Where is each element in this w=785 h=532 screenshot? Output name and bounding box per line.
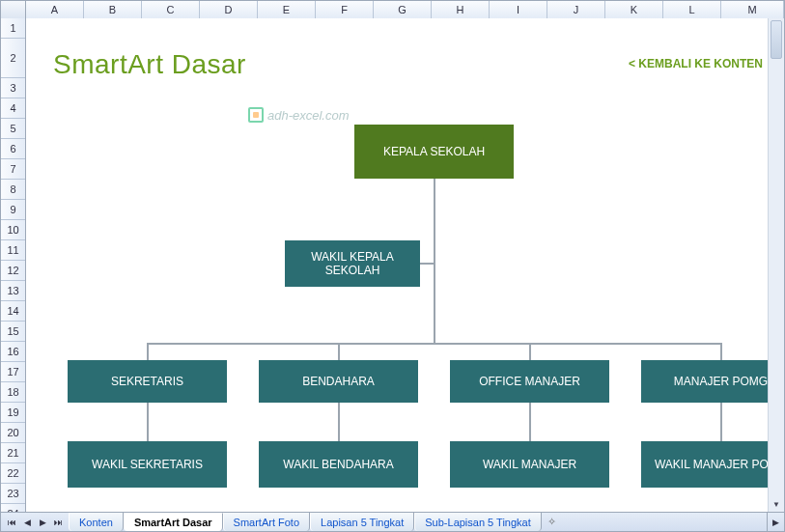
- org-node-sub-0[interactable]: WAKIL SEKRETARIS: [68, 441, 227, 488]
- back-to-contents-link[interactable]: < KEMBALI KE KONTEN: [629, 57, 763, 70]
- tab-prev-button[interactable]: ◀: [20, 516, 34, 529]
- connector: [529, 343, 531, 360]
- org-node-label: WAKIL KEPALA SEKOLAH: [293, 250, 412, 277]
- row-header[interactable]: 2: [1, 39, 25, 78]
- column-header[interactable]: B: [84, 1, 142, 18]
- org-node-label: KEPALA SEKOLAH: [383, 145, 485, 158]
- sheet-tab[interactable]: Konten: [69, 513, 124, 531]
- sheet-tab[interactable]: SmartArt Foto: [223, 513, 310, 531]
- scroll-thumb[interactable]: [771, 20, 782, 59]
- org-node-child-2[interactable]: OFFICE MANAJER: [450, 360, 609, 403]
- hscroll-right-button[interactable]: ▶: [767, 513, 784, 531]
- row-header[interactable]: 16: [1, 342, 25, 362]
- column-header[interactable]: D: [200, 1, 258, 18]
- row-header[interactable]: 23: [1, 484, 25, 504]
- column-header[interactable]: I: [490, 1, 547, 18]
- row-header[interactable]: 19: [1, 403, 25, 423]
- vertical-scrollbar[interactable]: ▲ ▼: [768, 18, 784, 512]
- sheet-tab[interactable]: Sub-Lapisan 5 Tingkat: [414, 513, 541, 531]
- tab-first-button[interactable]: ⏮: [5, 516, 18, 529]
- org-node-label: MANAJER POMG: [674, 375, 768, 388]
- row-header[interactable]: 10: [1, 220, 25, 240]
- new-sheet-button[interactable]: ✧: [542, 513, 563, 531]
- row-header-column: 123456789101112131415161718192021222324: [1, 18, 26, 512]
- org-node-child-0[interactable]: SEKRETARIS: [68, 360, 227, 403]
- column-header[interactable]: E: [258, 1, 316, 18]
- row-header[interactable]: 11: [1, 240, 25, 261]
- connector: [434, 179, 435, 343]
- org-node-label: OFFICE MANAJER: [479, 375, 580, 388]
- sheet-canvas: SmartArt Dasar < KEMBALI KE KONTEN adh-e…: [26, 18, 784, 512]
- tabs-host: KontenSmartArt DasarSmartArt FotoLapisan…: [69, 513, 542, 531]
- connector: [147, 403, 149, 441]
- row-header[interactable]: 22: [1, 463, 25, 484]
- org-node-sub-3[interactable]: WAKIL MANAJER POMG: [641, 441, 784, 488]
- org-node-label: SEKRETARIS: [111, 375, 183, 388]
- tab-nav-group: ⏮ ◀ ▶ ⏭: [1, 513, 69, 531]
- org-node-sub-1[interactable]: WAKIL BENDAHARA: [259, 441, 418, 488]
- org-node-assistant[interactable]: WAKIL KEPALA SEKOLAH: [285, 240, 420, 287]
- column-header[interactable]: C: [142, 1, 200, 18]
- row-header[interactable]: 8: [1, 180, 25, 200]
- row-header[interactable]: 7: [1, 159, 25, 180]
- org-node-root[interactable]: KEPALA SEKOLAH: [354, 125, 514, 179]
- row-header[interactable]: 18: [1, 382, 25, 403]
- column-header[interactable]: K: [605, 1, 663, 18]
- org-node-sub-2[interactable]: WAKIL MANAJER: [450, 441, 609, 488]
- org-node-label: WAKIL SEKRETARIS: [92, 458, 203, 471]
- row-header[interactable]: 17: [1, 362, 25, 382]
- connector: [420, 263, 435, 265]
- org-node-child-1[interactable]: BENDAHARA: [259, 360, 418, 403]
- row-header[interactable]: 4: [1, 98, 25, 119]
- column-header[interactable]: G: [374, 1, 432, 18]
- org-chart: KEPALA SEKOLAH WAKIL KEPALA SEKOLAH SEKR…: [55, 125, 765, 512]
- row-header[interactable]: 21: [1, 443, 25, 463]
- row-header[interactable]: 12: [1, 261, 25, 281]
- column-header[interactable]: H: [432, 1, 490, 18]
- column-header[interactable]: J: [547, 1, 605, 18]
- column-header[interactable]: M: [721, 1, 784, 18]
- row-header[interactable]: 1: [1, 18, 25, 39]
- page-title: SmartArt Dasar: [53, 49, 246, 80]
- connector: [529, 403, 531, 441]
- connector: [147, 343, 721, 345]
- column-header[interactable]: A: [26, 1, 84, 18]
- watermark-icon: [248, 107, 264, 123]
- watermark: adh-excel.com: [248, 107, 350, 123]
- sheet-tab[interactable]: Lapisan 5 Tingkat: [310, 513, 414, 531]
- scroll-down-button[interactable]: ▼: [769, 496, 784, 512]
- connector: [147, 343, 149, 360]
- watermark-text: adh-excel.com: [267, 108, 350, 123]
- row-header[interactable]: 6: [1, 139, 25, 159]
- row-header[interactable]: 9: [1, 200, 25, 220]
- sheet-tab[interactable]: SmartArt Dasar: [124, 513, 223, 531]
- column-header[interactable]: L: [663, 1, 721, 18]
- connector: [338, 343, 340, 360]
- row-header[interactable]: 5: [1, 119, 25, 139]
- org-node-label: WAKIL MANAJER POMG: [655, 458, 784, 471]
- connector: [720, 403, 722, 441]
- row-header[interactable]: 20: [1, 423, 25, 443]
- row-header[interactable]: 13: [1, 281, 25, 301]
- org-node-child-3[interactable]: MANAJER POMG: [641, 360, 784, 403]
- tab-next-button[interactable]: ▶: [36, 516, 49, 529]
- column-header-row: ABCDEFGHIJKLM: [1, 1, 784, 18]
- select-all-corner[interactable]: [1, 1, 26, 18]
- sheet-tab-bar: ⏮ ◀ ▶ ⏭ KontenSmartArt DasarSmartArt Fot…: [1, 512, 784, 531]
- row-header[interactable]: 15: [1, 322, 25, 342]
- org-node-label: BENDAHARA: [302, 375, 375, 388]
- org-node-label: WAKIL MANAJER: [483, 458, 576, 471]
- row-header[interactable]: 3: [1, 78, 25, 98]
- connector: [720, 343, 722, 360]
- row-header[interactable]: 14: [1, 301, 25, 322]
- column-header[interactable]: F: [316, 1, 374, 18]
- connector: [338, 403, 340, 441]
- spreadsheet-window: ABCDEFGHIJKLM 12345678910111213141516171…: [0, 0, 785, 532]
- tab-last-button[interactable]: ⏭: [51, 516, 65, 529]
- org-node-label: WAKIL BENDAHARA: [283, 458, 393, 471]
